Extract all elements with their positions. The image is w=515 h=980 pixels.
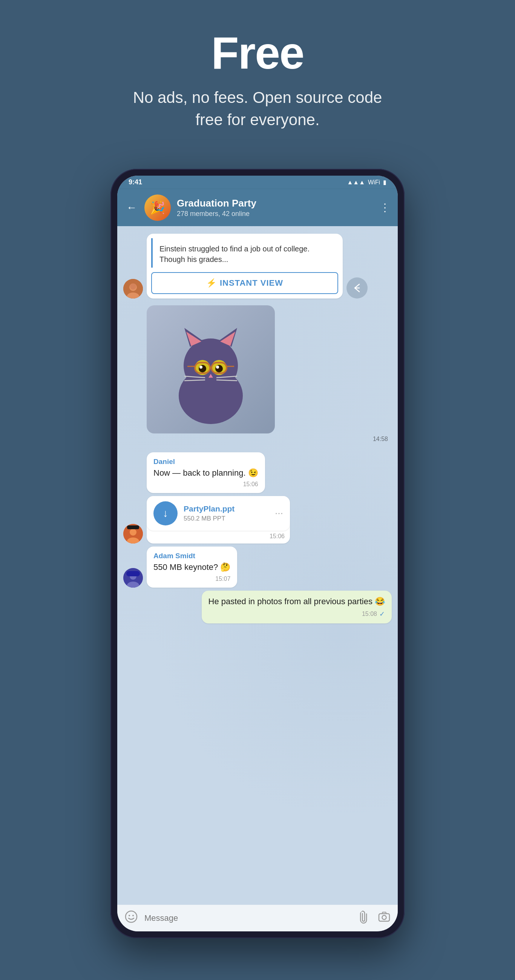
sender-daniel: Daniel (153, 458, 258, 466)
sender-adam: Adam Smidt (153, 552, 230, 560)
file-more-button[interactable]: ⋯ (275, 509, 283, 518)
article-card: Einstein struggled to find a job out of … (147, 234, 343, 299)
avatar-girl (123, 279, 143, 299)
file-meta: 550.2 MB PPT (183, 515, 269, 522)
svg-point-13 (215, 365, 223, 372)
status-time: 9:41 (129, 178, 142, 186)
svg-point-3 (130, 283, 136, 290)
meta-file: 15:06 (147, 533, 290, 544)
group-avatar: 🎉 (144, 194, 171, 221)
svg-point-38 (382, 916, 386, 920)
message-row-adam: Adam Smidt 550 MB keynote? 🤔 15:07 (123, 547, 392, 588)
hero-subtitle: No ads, no fees. Open source code free f… (126, 87, 389, 131)
avatar-girl-img (123, 279, 143, 299)
svg-point-36 (132, 915, 134, 916)
bubble-sent: He pasted in photos from all previous pa… (202, 591, 392, 624)
status-icons: ▲▲▲ WiFi ▮ (347, 179, 387, 186)
meta-adam: 15:07 (153, 576, 230, 582)
check-icon: ✓ (379, 610, 385, 618)
back-button[interactable]: ← (125, 200, 139, 215)
svg-rect-33 (126, 571, 140, 576)
file-content: ↓ PartyPlan.ppt 550.2 MB PPT ⋯ (147, 496, 290, 531)
sticker-row: s = √r² + h² A = πr² + πrs V = ⅓πr²h P =… (123, 302, 392, 446)
sticker-time: 14:58 (373, 436, 388, 442)
share-button[interactable] (346, 277, 368, 299)
svg-point-34 (126, 911, 137, 922)
text-sent: He pasted in photos from all previous pa… (209, 596, 385, 608)
hero-section: Free No ads, no fees. Open source code f… (0, 0, 515, 154)
camera-button[interactable] (378, 911, 390, 925)
avatar-guy3 (123, 568, 143, 588)
svg-rect-37 (379, 914, 389, 921)
time-sent: 15:08 (362, 611, 377, 617)
attach-button[interactable] (356, 908, 375, 927)
avatar-guy2-img (123, 524, 143, 544)
file-name: PartyPlan.ppt (183, 504, 269, 513)
bubble-daniel: Daniel Now — back to planning. 😉 15:06 (147, 452, 265, 493)
svg-point-12 (199, 365, 206, 372)
emoji-button[interactable] (125, 910, 138, 926)
text-adam: 550 MB keynote? 🤔 (153, 562, 230, 573)
more-button[interactable]: ⋮ (379, 201, 390, 214)
avatar-guy3-img (123, 568, 143, 588)
download-button[interactable]: ↓ (153, 501, 178, 525)
sticker-image: s = √r² + h² A = πr² + πrs V = ⅓πr²h P =… (147, 305, 275, 433)
chat-area: Einstein struggled to find a job out of … (117, 226, 398, 905)
status-bar: 9:41 ▲▲▲ WiFi ▮ (117, 176, 398, 189)
signal-icon: ▲▲▲ (347, 179, 365, 186)
svg-point-27 (130, 529, 137, 536)
sticker-area: s = √r² + h² A = πr² + πrs V = ⅓πr²h P =… (147, 302, 392, 446)
wifi-icon: WiFi (368, 179, 380, 186)
message-input[interactable] (144, 913, 352, 923)
svg-point-5 (183, 339, 238, 393)
message-row-daniel: Daniel Now — back to planning. 😉 15:06 (123, 452, 392, 493)
download-icon: ↓ (163, 508, 168, 519)
time-daniel: 15:06 (243, 481, 258, 488)
emoji-icon (125, 910, 138, 923)
lightning-icon: ⚡ (206, 278, 217, 288)
phone-outer: 9:41 ▲▲▲ WiFi ▮ ← 🎉 Graduation Party 278… (110, 169, 405, 938)
paperclip-icon (356, 908, 373, 925)
group-avatar-emoji: 🎉 (150, 200, 165, 215)
chat-header: ← 🎉 Graduation Party 278 members, 42 onl… (117, 189, 398, 226)
svg-rect-29 (127, 525, 139, 529)
group-name: Graduation Party (177, 197, 374, 209)
camera-icon (378, 911, 390, 923)
avatar-guy2 (123, 524, 143, 544)
svg-point-14 (199, 366, 202, 369)
bubble-adam: Adam Smidt 550 MB keynote? 🤔 15:07 (147, 547, 237, 588)
file-info: PartyPlan.ppt 550.2 MB PPT (183, 504, 269, 522)
share-icon (352, 283, 362, 293)
message-row-sent: He pasted in photos from all previous pa… (123, 591, 392, 624)
instant-view-button[interactable]: ⚡ INSTANT VIEW (151, 272, 338, 294)
text-daniel: Now — back to planning. 😉 (153, 468, 258, 479)
instant-view-label: INSTANT VIEW (220, 278, 283, 288)
article-content: Einstein struggled to find a job out of … (151, 238, 338, 267)
time-adam: 15:07 (215, 576, 230, 582)
svg-point-35 (129, 915, 130, 916)
battery-icon: ▮ (383, 179, 386, 186)
bubble-file: ↓ PartyPlan.ppt 550.2 MB PPT ⋯ 15:06 (147, 496, 290, 544)
time-file: 15:06 (269, 533, 285, 540)
hero-title: Free (15, 30, 500, 75)
group-info: Graduation Party 278 members, 42 online (177, 197, 374, 218)
phone-screen: 9:41 ▲▲▲ WiFi ▮ ← 🎉 Graduation Party 278… (117, 176, 398, 931)
cat-sticker-svg (162, 313, 260, 426)
svg-point-15 (216, 366, 219, 369)
phone-wrapper: 9:41 ▲▲▲ WiFi ▮ ← 🎉 Graduation Party 278… (110, 169, 405, 938)
article-text: Einstein struggled to find a job out of … (159, 243, 332, 265)
meta-daniel: 15:06 (153, 481, 258, 488)
input-bar (117, 905, 398, 931)
meta-sent: 15:08 ✓ (209, 610, 385, 618)
message-row-file: ↓ PartyPlan.ppt 550.2 MB PPT ⋯ 15:06 (123, 496, 392, 544)
message-row-article: Einstein struggled to find a job out of … (123, 234, 392, 299)
group-members: 278 members, 42 online (177, 210, 374, 218)
